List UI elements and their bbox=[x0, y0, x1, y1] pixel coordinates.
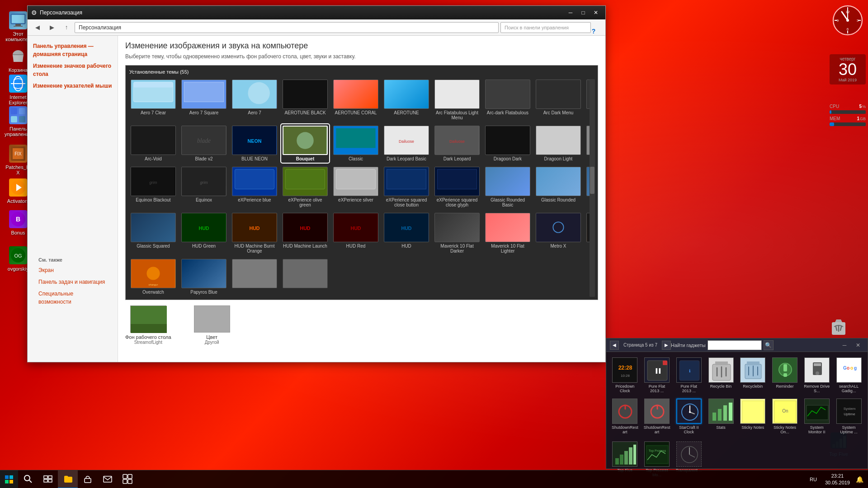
theme-darkleopardbasic[interactable]: Dailuose Dark Leopard Basic bbox=[382, 124, 430, 163]
theme-thumb-arcvoid bbox=[131, 126, 176, 155]
theme-aeroblack[interactable]: AEROTUNE BLACK bbox=[281, 78, 329, 122]
gadget-sysmonitor[interactable]: System Monitor II bbox=[802, 397, 832, 436]
sidebar-link-home[interactable]: Панель управления — домашняя страница bbox=[28, 40, 118, 60]
svg-text:HUD: HUD bbox=[300, 225, 310, 231]
wallpaper-item[interactable]: Фон рабочего стола StreamofLight bbox=[125, 305, 171, 345]
taskbar-search[interactable] bbox=[18, 470, 38, 488]
theme-ow[interactable]: shangur Overwatch bbox=[129, 258, 177, 296]
sidebar-link-accessibility[interactable]: Специальные возможности bbox=[33, 288, 113, 308]
theme-arcdarkflat[interactable]: Arc-dark Flatabulous bbox=[484, 78, 532, 122]
help-button[interactable]: ? bbox=[589, 27, 598, 36]
theme-mavdark[interactable]: Maverick 10 Flat Darker bbox=[433, 211, 481, 255]
window-maximize-button[interactable]: □ bbox=[577, 8, 589, 17]
theme-glassicroundbasic[interactable]: Glassic Rounded Basic bbox=[484, 165, 532, 209]
theme-partial1[interactable] bbox=[231, 258, 278, 296]
theme-aero7sq[interactable]: Aero 7 Square bbox=[180, 78, 228, 122]
theme-name-aero7: Aero 7 bbox=[248, 110, 261, 115]
theme-dragoonlight[interactable]: Dragoon Light bbox=[534, 124, 582, 163]
taskbar-desktop-switch[interactable] bbox=[118, 470, 137, 488]
theme-aero7clear[interactable]: Aero 7 Clear bbox=[129, 78, 177, 122]
taskbar-task-view[interactable] bbox=[38, 470, 58, 488]
theme-darkleopard[interactable]: Dailuose Dark Leopard bbox=[433, 124, 481, 163]
theme-expolive[interactable]: eXPerience olive green bbox=[281, 165, 329, 209]
svg-rect-110 bbox=[747, 361, 760, 365]
theme-expsqglyph[interactable]: eXPerience squared close glyph bbox=[433, 165, 481, 209]
theme-bouquet[interactable]: Bouquet bbox=[281, 124, 329, 163]
back-button[interactable]: ◀ bbox=[31, 21, 44, 34]
theme-equinox[interactable]: grim Equinox bbox=[180, 165, 228, 209]
gadget-nav-prev[interactable]: ◀ bbox=[610, 341, 619, 350]
gadget-pureflat2[interactable]: ℹ Pure Flat 2013 ... bbox=[674, 356, 704, 395]
sidebar-link-taskbar[interactable]: Панель задач и навигация bbox=[33, 276, 113, 288]
up-button[interactable]: ↑ bbox=[60, 21, 73, 34]
gadget-search-button[interactable]: 🔍 bbox=[764, 340, 774, 350]
theme-classic[interactable]: Classic bbox=[332, 124, 380, 163]
search-bar[interactable]: Поиск в панели управления bbox=[500, 22, 591, 33]
gadget-stats[interactable]: Stats bbox=[706, 397, 736, 436]
gadget-panel-close[interactable]: ✕ bbox=[852, 341, 864, 350]
theme-dragoondark[interactable]: Dragoon Dark bbox=[484, 124, 532, 163]
theme-hud[interactable]: HUD HUD bbox=[382, 211, 430, 255]
theme-expblue[interactable]: eXPerience blue bbox=[231, 165, 278, 209]
address-bar[interactable]: Персонализация bbox=[75, 22, 499, 33]
theme-arcflatlight[interactable]: Arc Flatabulous Light Menu bbox=[433, 78, 481, 122]
themes-scrollbar-track[interactable] bbox=[590, 79, 595, 297]
theme-papyrusblue[interactable]: Papyros Blue bbox=[180, 258, 228, 296]
theme-equinoxblack[interactable]: grim Equinox Blackout bbox=[129, 165, 177, 209]
theme-aerocoral[interactable]: AEROTUNE CORAL bbox=[332, 78, 380, 122]
sidebar-link-cursors[interactable]: Изменение указателей мыши bbox=[28, 80, 118, 92]
sidebar-link-icons[interactable]: Изменение значков рабочего стола bbox=[28, 60, 118, 80]
gadget-recyclebin[interactable]: Recycle Bin bbox=[706, 356, 736, 395]
gadget-stickynotes[interactable]: Sticky Notes bbox=[738, 397, 768, 436]
gadget-sysuptime[interactable]: SystemUptime System Uptime ... bbox=[834, 397, 864, 436]
start-button[interactable] bbox=[0, 470, 18, 488]
theme-metrox[interactable]: Metro X bbox=[534, 211, 582, 255]
gadget-shutdownrestart1[interactable]: ShutdownRestart bbox=[610, 397, 640, 436]
taskbar-explorer[interactable] bbox=[58, 470, 78, 488]
theme-hudlaunch[interactable]: HUD HUD Machine Launch bbox=[281, 211, 329, 255]
theme-mavlight[interactable]: Maverick 10 Flat Lighter bbox=[484, 211, 532, 255]
gadget-removedrive[interactable]: Remove Drive S... bbox=[802, 356, 832, 395]
sidebar-link-screen[interactable]: Экран bbox=[33, 264, 113, 276]
theme-aerotune[interactable]: AEROTUNE bbox=[382, 78, 430, 122]
gadget-searchall[interactable]: Goog searchALL Gadig... bbox=[834, 356, 864, 395]
theme-hudred[interactable]: HUD HUD Red bbox=[332, 211, 380, 255]
gadget-nav-next[interactable]: ▶ bbox=[662, 341, 671, 350]
svg-text:blade: blade bbox=[197, 137, 211, 144]
forward-button[interactable]: ▶ bbox=[46, 21, 58, 34]
gadget-pricedown[interactable]: 22:2810:28 Pricedown Clock bbox=[610, 356, 640, 395]
theme-expsilver[interactable]: eXPerience silver bbox=[332, 165, 380, 209]
theme-expsqclose[interactable]: eXPerience squared close button bbox=[382, 165, 430, 209]
theme-name-aerotune: AEROTUNE bbox=[394, 110, 419, 115]
theme-aero7[interactable]: Aero 7 bbox=[231, 78, 278, 122]
theme-blade[interactable]: blade Blade v2 bbox=[180, 124, 228, 163]
svg-rect-66 bbox=[235, 169, 274, 189]
themes-scrollbar-thumb[interactable] bbox=[590, 167, 594, 194]
window-minimize-button[interactable]: ─ bbox=[565, 8, 576, 17]
theme-partial2[interactable] bbox=[281, 258, 329, 296]
taskbar-store[interactable] bbox=[78, 470, 98, 488]
color-item[interactable]: Цвет Другой bbox=[194, 305, 230, 345]
taskbar-clock[interactable]: 23:21 30.05.2019 bbox=[821, 473, 854, 486]
theme-glassicsq[interactable]: Glassic Squared bbox=[129, 211, 177, 255]
taskbar-language[interactable]: RU bbox=[807, 477, 819, 482]
theme-hudgreen[interactable]: HUD HUD Green bbox=[180, 211, 228, 255]
themes-scroll[interactable]: Aero 7 Clear Aero 7 Square bbox=[129, 78, 594, 296]
gadget-starcraftclock[interactable]: StarCraft II Clock bbox=[674, 397, 704, 436]
gadget-stickynotes-on[interactable]: On Sticky Notes On... bbox=[770, 397, 800, 436]
theme-arcdark[interactable]: Arc Dark Menu bbox=[534, 78, 582, 122]
gadget-recyclebin2[interactable]: Recyclebin bbox=[738, 356, 768, 395]
theme-hudmbo[interactable]: HUD HUD Machine Burnt Orange bbox=[231, 211, 278, 255]
gadget-pureflat1[interactable]: ▐▐ Pure Flat 2013 ... bbox=[642, 356, 672, 395]
window-close-button[interactable]: ✕ bbox=[590, 8, 602, 17]
gadget-shutdownrestart2[interactable]: ShutdownRestart bbox=[642, 397, 672, 436]
gadget-panel-minimize[interactable]: ─ bbox=[839, 341, 850, 350]
gadget-search-input[interactable] bbox=[708, 340, 762, 350]
gadget-reminder[interactable]: Reminder bbox=[770, 356, 800, 395]
theme-glassicround[interactable]: Glassic Rounded bbox=[534, 165, 582, 209]
theme-arcvoid[interactable]: Arc-Void bbox=[129, 124, 177, 163]
taskbar-notification-icon[interactable]: 🔔 bbox=[856, 476, 863, 483]
theme-blueneon[interactable]: NEON BLUE NEON bbox=[231, 124, 278, 163]
svg-rect-147 bbox=[837, 399, 862, 424]
taskbar-mail[interactable] bbox=[98, 470, 118, 488]
